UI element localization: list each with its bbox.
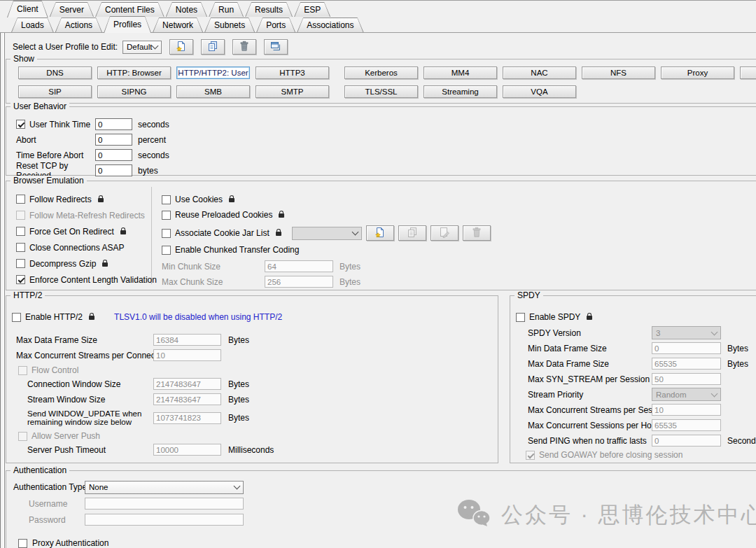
show-button-vqa[interactable]: VQA xyxy=(503,85,576,98)
tab-server[interactable]: Server xyxy=(50,2,94,17)
show-button-smtp[interactable]: SMTP xyxy=(255,85,329,98)
new-profile-button[interactable] xyxy=(169,39,193,55)
tab-network[interactable]: Network xyxy=(153,17,203,32)
reuse-preloaded-cookies-label: Reuse Preloaded Cookies xyxy=(175,210,272,220)
window-top-border xyxy=(0,0,756,1)
tab-run[interactable]: Run xyxy=(209,2,244,17)
enable-spdy-label: Enable SPDY xyxy=(529,312,580,322)
show-button-sipng[interactable]: SIPNG xyxy=(97,85,171,98)
show-button-tls-ssl[interactable]: TLS/SSL xyxy=(344,85,418,98)
max-concurrent-streams-row: Max Concurrent Streams per Connection xyxy=(12,349,498,361)
export-profile-button[interactable] xyxy=(264,39,288,55)
browser-emulation-group: Browser Emulation Follow Redirects Follo… xyxy=(6,181,756,290)
spdy-goaway-row: Send GOAWAY before closing session xyxy=(526,450,756,460)
show-button-proxy-label: Proxy xyxy=(687,69,708,77)
window-update-row: Send WINDOW_UPDATE when remaining window… xyxy=(12,409,498,427)
http2-group-title: HTTP/2 xyxy=(10,290,45,300)
password-input xyxy=(85,514,244,526)
http2-group: HTTP/2 Enable HTTP/2 TLSV1.0 will be dis… xyxy=(6,295,498,463)
user-think-time-input[interactable] xyxy=(95,118,132,130)
close-connections-asap-checkbox[interactable] xyxy=(16,243,25,252)
spdy-stream-priority-value: Random xyxy=(656,391,686,399)
show-button-http-http2-user[interactable]: HTTP/HTTP2: User xyxy=(176,66,250,79)
lock-icon xyxy=(229,198,234,202)
tab-profiles[interactable]: Profiles xyxy=(104,16,151,33)
delete-profile-button[interactable] xyxy=(232,39,256,55)
tab-actions[interactable]: Actions xyxy=(55,17,102,32)
show-button-partial[interactable] xyxy=(740,66,756,79)
tab-notes[interactable]: Notes xyxy=(166,2,207,17)
time-before-abort-input[interactable] xyxy=(95,149,132,161)
tab-associations[interactable]: Associations xyxy=(297,17,363,32)
lock-icon xyxy=(276,232,281,236)
follow-redirects-row: Follow Redirects xyxy=(16,195,157,204)
max-chunk-input xyxy=(265,276,333,288)
password-row: Password xyxy=(13,514,756,526)
spdy-group-title: SPDY xyxy=(514,290,543,300)
show-button-streaming[interactable]: Streaming xyxy=(424,85,497,98)
follow-redirects-label: Follow Redirects xyxy=(29,195,92,204)
copy-profile-button[interactable] xyxy=(201,39,225,55)
show-button-http3-label: HTTP3 xyxy=(279,69,304,77)
authentication-type-dropdown[interactable]: None xyxy=(85,481,244,494)
trash-icon xyxy=(239,41,250,54)
tab-content-files[interactable]: Content Files xyxy=(95,2,164,17)
show-button-http-browser[interactable]: HTTP: Browser xyxy=(97,66,171,79)
use-cookies-checkbox[interactable] xyxy=(162,195,171,204)
force-get-on-redirect-checkbox[interactable] xyxy=(16,227,25,236)
show-button-http3[interactable]: HTTP3 xyxy=(255,66,329,79)
decompress-gzip-row: Decompress Gzip xyxy=(16,259,157,269)
server-push-timeout-input xyxy=(153,444,221,456)
cascade-window-icon xyxy=(270,41,281,54)
time-before-abort-unit: seconds xyxy=(138,150,169,160)
tab-client[interactable]: Client xyxy=(7,1,48,17)
abort-input[interactable] xyxy=(95,134,132,146)
reuse-preloaded-cookies-checkbox[interactable] xyxy=(162,211,171,220)
max-data-frame-row: Max Data Frame Size Bytes xyxy=(12,334,498,346)
tab-ports[interactable]: Ports xyxy=(256,17,295,32)
tab-results[interactable]: Results xyxy=(245,2,293,17)
max-concurrent-streams-label: Max Concurrent Streams per Connection xyxy=(16,351,153,360)
show-button-mm4[interactable]: MM4 xyxy=(424,66,497,79)
associate-cookie-jar-row: Associate Cookie Jar List xyxy=(162,225,754,241)
show-button-kerberos[interactable]: Kerberos xyxy=(344,66,418,79)
tab-loads[interactable]: Loads xyxy=(11,17,54,32)
tab-subnets[interactable]: Subnets xyxy=(204,17,255,32)
enable-spdy-checkbox[interactable] xyxy=(516,313,525,322)
chevron-down-icon xyxy=(152,43,159,50)
flow-control-row: Flow Control xyxy=(18,365,498,375)
new-document-icon xyxy=(374,227,386,240)
enable-chunked-checkbox[interactable] xyxy=(162,246,171,255)
user-behavior-group-title: User Behavior xyxy=(10,101,69,111)
close-connections-asap-row: Close Connections ASAP xyxy=(16,243,157,253)
show-button-proxy[interactable]: Proxy xyxy=(661,66,734,79)
allow-server-push-label: Allow Server Push xyxy=(31,431,100,441)
tab-actions-label: Actions xyxy=(65,20,92,30)
profile-dropdown[interactable]: Default xyxy=(122,41,162,54)
reset-tcp-input[interactable] xyxy=(95,164,132,176)
decompress-gzip-checkbox[interactable] xyxy=(16,259,25,268)
follow-redirects-checkbox[interactable] xyxy=(16,195,25,204)
flow-control-label: Flow Control xyxy=(31,365,78,375)
show-button-nfs[interactable]: NFS xyxy=(582,66,655,79)
associate-cookie-jar-checkbox[interactable] xyxy=(162,229,171,238)
profile-select-label: Select a User Profile to Edit: xyxy=(13,42,122,52)
proxy-authentication-checkbox[interactable] xyxy=(18,539,27,548)
show-button-smb[interactable]: SMB xyxy=(176,85,250,98)
new-cookie-jar-button[interactable] xyxy=(366,225,394,241)
max-data-frame-label: Max Data Frame Size xyxy=(16,335,153,345)
associate-cookie-jar-label: Associate Cookie Jar List xyxy=(175,228,270,238)
tab-esp[interactable]: ESP xyxy=(294,2,330,17)
show-row-1: DNS HTTP: Browser HTTP/HTTP2: User HTTP3… xyxy=(18,66,756,79)
spdy-send-ping-row: Send PING when no traffic lasts Seconds xyxy=(516,435,756,447)
user-think-time-checkbox[interactable] xyxy=(16,120,25,129)
show-button-nac[interactable]: NAC xyxy=(503,66,576,79)
show-button-dns[interactable]: DNS xyxy=(18,66,92,79)
show-button-tls-ssl-label: TLS/SSL xyxy=(365,87,397,96)
show-button-sip[interactable]: SIP xyxy=(18,85,92,98)
spdy-stream-priority-row: Stream Priority Random xyxy=(516,388,756,400)
max-chunk-row: Max Chunk Size Bytes xyxy=(162,276,754,288)
enable-http2-checkbox[interactable] xyxy=(12,313,21,322)
enforce-content-length-checkbox[interactable] xyxy=(16,275,25,284)
show-button-sipng-label: SIPNG xyxy=(122,87,147,96)
